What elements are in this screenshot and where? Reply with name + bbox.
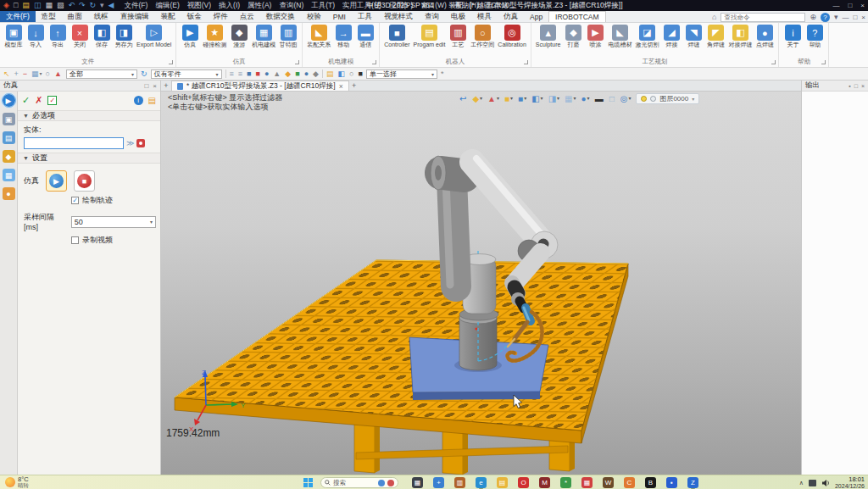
ribbon-tab[interactable]: 钣金 bbox=[181, 11, 208, 22]
ribbon-tab[interactable]: 校验 bbox=[301, 11, 327, 22]
dock-panel-icon[interactable]: ▶ bbox=[3, 94, 15, 107]
ribbon-button[interactable]: ▶仿真 bbox=[179, 24, 201, 48]
play-simulation-button[interactable]: ▶ bbox=[46, 170, 67, 192]
ribbon-button[interactable]: ◧保存 bbox=[91, 24, 113, 48]
minimize-icon[interactable]: — bbox=[832, 2, 839, 9]
ribbon-tab[interactable]: 模具 bbox=[471, 11, 498, 22]
ribbon-tab[interactable]: 点云 bbox=[234, 11, 260, 22]
filter-icon[interactable]: ≡ bbox=[230, 69, 234, 78]
taskbar-weather-widget[interactable]: 8°C 晴转 bbox=[5, 476, 29, 488]
quick-access-icon[interactable]: ◈ bbox=[3, 2, 9, 9]
menu-item[interactable]: 属性(A) bbox=[248, 1, 271, 11]
volume-icon[interactable] bbox=[821, 479, 830, 487]
taskbar-app-icon[interactable]: Z bbox=[687, 477, 698, 488]
taskbar-app-icon[interactable]: ▤ bbox=[497, 477, 508, 488]
display-icon[interactable]: ◧ bbox=[338, 69, 346, 78]
taskbar-clock[interactable]: 18:01 2024/12/26 bbox=[835, 476, 865, 489]
command-search-input[interactable] bbox=[721, 13, 805, 22]
dock-panel-icon[interactable]: ● bbox=[3, 187, 15, 200]
ribbon-tab[interactable]: 曲面 bbox=[62, 11, 88, 22]
ribbon-tab[interactable]: 直接编辑 bbox=[114, 11, 155, 22]
ribbon-tab[interactable]: 造型 bbox=[36, 11, 62, 22]
filter-icon[interactable]: ■ bbox=[295, 69, 299, 78]
ribbon-tab[interactable]: 装配 bbox=[155, 11, 181, 22]
ribbon-button[interactable]: ?帮助 bbox=[804, 24, 826, 48]
ribbon-button[interactable]: ◆漫游 bbox=[228, 24, 250, 48]
taskbar-app-icon[interactable]: ▦ bbox=[412, 477, 423, 488]
ribbon-button[interactable]: ◢焊接 bbox=[660, 24, 682, 48]
panel-float-icon[interactable]: □ bbox=[854, 83, 858, 89]
entity-expand-icon[interactable]: ≫ bbox=[126, 139, 134, 147]
view-tool-icon[interactable]: ■▾ bbox=[504, 94, 513, 103]
quick-access-icon[interactable]: ▦ bbox=[45, 2, 53, 9]
document-tab[interactable]: * 越疆CR10型号焊接场景.Z3 - [越疆CR10焊接] × bbox=[171, 81, 349, 91]
sample-interval-dropdown[interactable]: 50 ▾ bbox=[71, 216, 156, 228]
filter-icon[interactable]: ● bbox=[264, 69, 269, 78]
quick-access-icon[interactable]: ▤ bbox=[22, 2, 30, 9]
pick-entity-icon[interactable] bbox=[136, 139, 145, 147]
ribbon-button[interactable]: ×关闭 bbox=[69, 24, 91, 48]
display-icon[interactable]: ○ bbox=[349, 69, 353, 78]
ribbon-button[interactable]: ↓导入 bbox=[25, 24, 47, 48]
selection-mode-dropdown[interactable]: 单一选择▾ bbox=[366, 69, 437, 79]
ribbon-button[interactable]: ▦机电建模 bbox=[250, 24, 277, 48]
tab-aux-icon[interactable]: + bbox=[161, 81, 171, 91]
quick-access-icon[interactable]: ◀ bbox=[108, 2, 114, 9]
entity-input[interactable] bbox=[24, 137, 124, 149]
taskbar-app-icon[interactable]: ▦ bbox=[581, 477, 593, 488]
quick-access-icon[interactable]: ▾ bbox=[100, 2, 104, 9]
ribbon-button[interactable]: ●点焊缝 bbox=[754, 24, 776, 48]
taskbar-app-icon[interactable]: e bbox=[476, 477, 487, 488]
tray-expand-icon[interactable]: ∧ bbox=[799, 480, 804, 486]
new-tab-button[interactable]: + bbox=[349, 81, 359, 91]
view-tool-icon[interactable]: ◧▾ bbox=[531, 94, 542, 103]
taskbar-app-icon[interactable]: ▥ bbox=[454, 477, 465, 488]
panel-close-icon[interactable]: × bbox=[861, 83, 865, 89]
quick-access-icon[interactable]: □ bbox=[14, 2, 18, 9]
display-icon[interactable]: ▤ bbox=[326, 69, 334, 78]
quick-access-icon[interactable]: ↶ bbox=[68, 2, 75, 9]
draw-track-checkbox[interactable]: ✓ bbox=[71, 197, 79, 204]
ribbon-button[interactable]: ▣模型库 bbox=[3, 24, 25, 48]
dock-panel-icon[interactable]: ▦ bbox=[3, 169, 15, 181]
menu-item[interactable]: 视图(V) bbox=[187, 1, 211, 11]
ribbon-button[interactable]: ▶喷涂 bbox=[584, 24, 606, 48]
cancel-icon[interactable]: ✗ bbox=[35, 95, 42, 106]
ribbon-tab[interactable]: 数据交换 bbox=[260, 11, 301, 22]
close-icon[interactable]: × bbox=[860, 2, 865, 9]
ribbon-button[interactable]: ■Controller bbox=[382, 24, 411, 48]
taskbar-app-icon[interactable]: W bbox=[603, 477, 614, 488]
selection-tool-icon[interactable]: ▲ bbox=[54, 69, 63, 78]
filter-icon[interactable]: ■ bbox=[247, 69, 251, 78]
menu-item[interactable]: 工具(T) bbox=[311, 1, 335, 11]
panel-close-icon[interactable]: × bbox=[153, 82, 157, 90]
view-tool-icon[interactable]: ■▾ bbox=[518, 94, 526, 103]
section-required[interactable]: ▼ 必选项 bbox=[18, 110, 160, 121]
ribbon-button[interactable]: ▲Sculpture bbox=[534, 24, 563, 48]
layer-visibility-bulb-icon[interactable] bbox=[641, 96, 647, 102]
stop-simulation-button[interactable]: ■ bbox=[74, 170, 95, 192]
ribbon-button[interactable]: ○工作空间 bbox=[469, 24, 496, 48]
ribbon-button[interactable]: ◎Calibration bbox=[496, 24, 527, 48]
quick-access-icon[interactable]: ↷ bbox=[79, 2, 86, 9]
restore-icon[interactable]: □ bbox=[848, 2, 852, 9]
scene-3d[interactable]: Z Y X bbox=[161, 92, 801, 475]
doc-close-icon[interactable]: × bbox=[861, 14, 865, 21]
ribbon-tab[interactable]: 视觉样式 bbox=[378, 11, 419, 22]
taskbar-app-icon[interactable]: + bbox=[433, 477, 444, 488]
quick-access-icon[interactable]: ◫ bbox=[34, 2, 42, 9]
section-settings[interactable]: ▼ 设置 bbox=[18, 153, 160, 164]
ribbon-tab[interactable]: App bbox=[524, 11, 548, 22]
selection-tool-icon[interactable]: ○ bbox=[46, 69, 51, 78]
view-tool-icon[interactable]: □ bbox=[609, 94, 615, 103]
ribbon-button[interactable]: ◥焊缝 bbox=[682, 24, 704, 48]
confirm-icon[interactable]: ✓ bbox=[22, 95, 30, 106]
ribbon-button[interactable]: ▥甘特图 bbox=[277, 24, 299, 48]
dock-panel-icon[interactable]: ▣ bbox=[3, 113, 15, 125]
quick-access-icon[interactable]: ▧ bbox=[57, 2, 64, 9]
doc-icon[interactable]: ▤ bbox=[148, 96, 156, 105]
filter-scope-dropdown[interactable]: 全部▾ bbox=[66, 69, 137, 79]
taskbar-search-box[interactable]: 搜索 bbox=[320, 477, 398, 488]
tab-close-icon[interactable]: × bbox=[339, 82, 343, 91]
quick-access-icon[interactable]: ↻ bbox=[90, 2, 97, 9]
